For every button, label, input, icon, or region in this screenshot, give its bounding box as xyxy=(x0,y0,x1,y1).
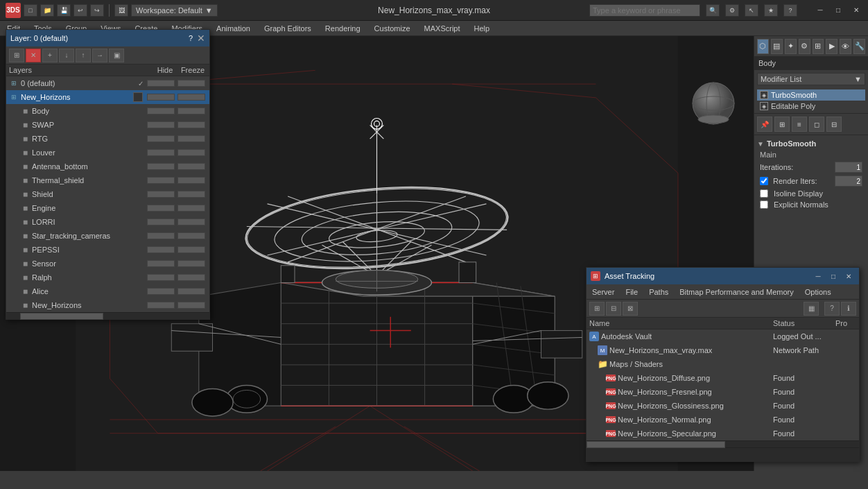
modifier-editable-poly[interactable]: ◈ Editable Poly xyxy=(757,101,865,112)
layer-row-item[interactable]: ◼ Body xyxy=(6,104,209,118)
minimize-button[interactable]: ─ xyxy=(814,5,826,16)
modifier-list-dropdown[interactable]: Modifier List ▼ xyxy=(757,73,865,85)
layer-row-item[interactable]: ◼ Sensor xyxy=(6,257,209,271)
asset-tb-grid[interactable]: ▦ xyxy=(804,302,819,316)
help-btn[interactable]: ? xyxy=(783,4,797,17)
asset-close-button[interactable]: ✕ xyxy=(842,271,855,282)
rp-icon-utilities[interactable]: 🔧 xyxy=(853,39,865,54)
cursor-btn[interactable]: ↖ xyxy=(745,4,758,17)
layer-row-default[interactable]: ⊞ 0 (default) ✓ xyxy=(6,76,209,90)
layer-row-item[interactable]: ◼ Thermal_shield xyxy=(6,173,209,187)
mod-graph-icon[interactable]: ◻ xyxy=(809,117,824,132)
asset-menu-server[interactable]: Server xyxy=(587,286,620,298)
asset-row-maps-folder[interactable]: 📁 Maps / Shaders xyxy=(587,357,859,371)
layer-row-item[interactable]: ◼ SWAP xyxy=(6,118,209,132)
layer-row-item[interactable]: ◼ PEPSSI xyxy=(6,243,209,257)
search-icon-btn[interactable]: 🔍 xyxy=(706,4,720,17)
close-button[interactable]: ✕ xyxy=(850,5,862,16)
layers-scrollbar[interactable] xyxy=(6,312,209,319)
menu-rendering[interactable]: Rendering xyxy=(318,23,367,34)
save-btn[interactable]: 💾 xyxy=(57,4,71,17)
maximize-button[interactable]: □ xyxy=(832,5,844,16)
layer-row-item[interactable]: ◼ LORRI xyxy=(6,215,209,229)
menu-customize[interactable]: Customize xyxy=(367,23,417,34)
rp-icon-light[interactable]: ✦ xyxy=(785,39,797,54)
layers-dialog-close[interactable]: ✕ xyxy=(197,33,205,44)
rp-icon-render[interactable]: ⬡ xyxy=(757,39,769,54)
asset-row-normal[interactable]: PNG New_Horizons_Normal.png Found xyxy=(587,413,859,427)
asset-row-vault[interactable]: A Autodesk Vault Logged Out ... xyxy=(587,329,859,343)
layers-btn-5[interactable]: ↑ xyxy=(76,49,91,62)
workspace-dropdown[interactable]: Workspace: Default ▼ xyxy=(131,4,218,17)
asset-row-fresnel[interactable]: PNG New_Horizons_Fresnel.png Found xyxy=(587,385,859,399)
asset-menu-options[interactable]: Options xyxy=(799,286,837,298)
layer-row-item[interactable]: ◼ Engine xyxy=(6,201,209,215)
layers-scrollbar-thumb[interactable] xyxy=(20,313,103,320)
new-btn[interactable]: □ xyxy=(24,4,37,17)
search-input[interactable] xyxy=(589,4,700,17)
menu-help[interactable]: Help xyxy=(467,23,497,34)
asset-menu-file[interactable]: File xyxy=(620,286,643,298)
asset-tb-info[interactable]: ℹ xyxy=(841,302,856,316)
asset-scrollbar[interactable] xyxy=(587,440,859,447)
modifier-turbosmooth-check[interactable]: ◈ xyxy=(760,91,768,99)
rp-icon-display[interactable]: 👁 xyxy=(840,39,851,54)
redo-btn[interactable]: ↪ xyxy=(90,4,104,17)
layer-row-new-horizons[interactable]: ⊞ New_Horizons xyxy=(6,90,209,104)
star-btn[interactable]: ★ xyxy=(764,4,778,17)
asset-tb-3[interactable]: ⊠ xyxy=(623,302,638,316)
magnet-btn[interactable]: ⚙ xyxy=(725,4,739,17)
modifier-turbosmooth[interactable]: ◈ TurboSmooth xyxy=(757,89,865,101)
asset-menu-paths[interactable]: Paths xyxy=(643,286,674,298)
asset-tb-1[interactable]: ⊞ xyxy=(589,302,605,316)
ts-render-checkbox[interactable] xyxy=(760,177,768,185)
layer-row-item[interactable]: ◼ Star_tracking_cameras xyxy=(6,229,209,243)
layer-row-item[interactable]: ◼ RTG xyxy=(6,132,209,146)
asset-row-diffuse[interactable]: PNG New_Horizons_Diffuse.png Found xyxy=(587,371,859,385)
rp-icon-modifier[interactable]: ⚙ xyxy=(799,39,810,54)
layers-btn-7[interactable]: ▣ xyxy=(109,49,124,62)
scene-btn[interactable]: 🖼 xyxy=(114,4,128,17)
asset-menu-bitmap[interactable]: Bitmap Performance and Memory xyxy=(674,286,799,298)
ts-collapse-icon[interactable]: ▼ xyxy=(757,140,764,148)
sub-layer-hide xyxy=(147,288,175,295)
ts-render-iters-input[interactable] xyxy=(835,175,862,187)
layers-btn-3[interactable]: + xyxy=(42,49,58,62)
menu-graph-editors[interactable]: Graph Editors xyxy=(257,23,318,34)
rp-icon-motion[interactable]: ▶ xyxy=(826,39,837,54)
layer-row-item[interactable]: ◼ Alice xyxy=(6,284,209,298)
mod-list-icon[interactable]: ≡ xyxy=(792,117,807,132)
ts-iterations-input[interactable] xyxy=(835,162,862,173)
menu-animation[interactable]: Animation xyxy=(209,23,257,34)
layer-row-item[interactable]: ◼ Ralph xyxy=(6,271,209,284)
layer-row-item[interactable]: ◼ Shield xyxy=(6,187,209,201)
layer-row-item[interactable]: ◼ Antenna_bottom xyxy=(6,160,209,173)
undo-btn[interactable]: ↩ xyxy=(73,4,87,17)
layers-btn-6[interactable]: → xyxy=(92,49,107,62)
asset-tb-help[interactable]: ? xyxy=(824,302,840,316)
modifier-editable-poly-check[interactable]: ◈ xyxy=(760,102,768,110)
asset-scrollbar-thumb[interactable] xyxy=(587,441,725,448)
layer-row-item[interactable]: ◼ Louver xyxy=(6,146,209,160)
asset-row-max-file[interactable]: M New_Horizons_max_vray.max Network Path xyxy=(587,343,859,357)
ts-isoline-checkbox[interactable] xyxy=(760,189,768,198)
pin-icon[interactable]: 📌 xyxy=(757,117,772,132)
layer-row-item[interactable]: ◼ New_Horizons xyxy=(6,298,209,312)
layers-btn-4[interactable]: ↓ xyxy=(59,49,74,62)
asset-max-button[interactable]: □ xyxy=(827,271,840,282)
menu-maxscript[interactable]: MAXScript xyxy=(417,23,467,34)
asset-win-buttons: ─ □ ✕ xyxy=(812,271,855,282)
mod-settings-icon[interactable]: ⊞ xyxy=(774,117,790,132)
rp-icon-camera[interactable]: ▤ xyxy=(771,39,783,54)
asset-tb-2[interactable]: ⊟ xyxy=(606,302,621,316)
rp-icon-hierarchy[interactable]: ⊞ xyxy=(813,39,824,54)
layers-btn-2[interactable]: ✕ xyxy=(26,49,41,62)
asset-row-specular[interactable]: PNG New_Horizons_Specular.png Found xyxy=(587,427,859,440)
layers-btn-1[interactable]: ⊞ xyxy=(9,49,24,62)
open-btn[interactable]: 📁 xyxy=(40,4,54,17)
sub-layer-freeze xyxy=(177,246,205,253)
ts-explicit-checkbox[interactable] xyxy=(760,200,768,209)
asset-min-button[interactable]: ─ xyxy=(812,271,824,282)
asset-row-glossiness[interactable]: PNG New_Horizons_Glossiness.png Found xyxy=(587,399,859,413)
mod-config-icon[interactable]: ⊟ xyxy=(826,117,842,132)
